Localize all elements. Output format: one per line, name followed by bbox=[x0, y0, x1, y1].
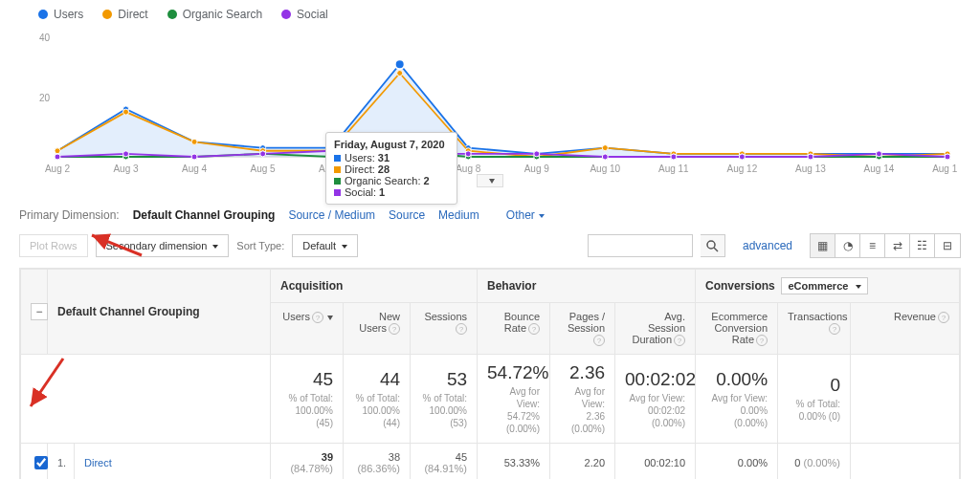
channel-link[interactable]: Direct bbox=[84, 457, 112, 468]
col-revenue[interactable]: Revenue? bbox=[851, 303, 960, 355]
primary-dimension-other[interactable]: Other bbox=[506, 208, 545, 222]
col-trans[interactable]: Transactions? bbox=[778, 303, 851, 355]
svg-point-69 bbox=[739, 154, 745, 160]
svg-text:Aug 4: Aug 4 bbox=[182, 163, 208, 174]
svg-text:Aug 13: Aug 13 bbox=[795, 163, 826, 174]
chart-canvas: 2040Aug 2Aug 3Aug 4Aug 5Aug 6Aug 7Aug 8A… bbox=[19, 33, 961, 176]
channel-header[interactable]: Default Channel Grouping bbox=[48, 270, 271, 355]
view-comparison-icon[interactable]: ⇄ bbox=[885, 234, 910, 257]
svg-text:Aug 8: Aug 8 bbox=[456, 163, 481, 174]
svg-point-71 bbox=[876, 151, 881, 157]
collapse-all-button[interactable]: − bbox=[31, 303, 48, 320]
plot-rows-button: Plot Rows bbox=[19, 234, 88, 257]
svg-point-74 bbox=[707, 241, 715, 249]
svg-line-75 bbox=[714, 248, 718, 251]
view-pivot-icon[interactable]: ⊟ bbox=[935, 234, 960, 257]
svg-text:Aug 9: Aug 9 bbox=[524, 163, 550, 174]
secondary-dimension-dropdown[interactable]: Secondary dimension bbox=[96, 234, 230, 257]
tooltip-row: Direct: 28 bbox=[334, 163, 445, 175]
legend-label: Users bbox=[54, 8, 83, 21]
svg-point-73 bbox=[395, 59, 405, 69]
svg-point-61 bbox=[191, 154, 197, 160]
svg-text:Aug 3: Aug 3 bbox=[113, 163, 139, 174]
svg-point-68 bbox=[671, 154, 677, 160]
svg-text:Aug 12: Aug 12 bbox=[727, 163, 758, 174]
tooltip-row: Organic Search: 2 bbox=[334, 175, 445, 186]
svg-point-33 bbox=[191, 139, 197, 144]
svg-point-59 bbox=[55, 154, 60, 160]
legend-label: Direct bbox=[118, 8, 147, 21]
group-behavior: Behavior bbox=[478, 270, 696, 303]
legend-dot-icon bbox=[102, 10, 112, 19]
tooltip-dot-icon bbox=[334, 189, 341, 196]
row-checkbox[interactable] bbox=[34, 456, 48, 469]
group-conversions: Conversions eCommerce bbox=[696, 270, 960, 303]
svg-text:Aug 11: Aug 11 bbox=[658, 163, 689, 174]
primary-dimension-link[interactable]: Source bbox=[389, 208, 425, 222]
view-mode-bar: ▦ ◔ ≡ ⇄ ☷ ⊟ bbox=[810, 233, 961, 258]
chart-area: UsersDirectOrganic SearchSocial 2040Aug … bbox=[0, 0, 980, 199]
tooltip-row: Users: 31 bbox=[334, 152, 445, 163]
sort-desc-icon bbox=[327, 316, 333, 320]
legend-dot-icon bbox=[281, 10, 291, 19]
chart-tooltip: Friday, August 7, 2020 Users: 31Direct: … bbox=[325, 132, 457, 205]
svg-point-66 bbox=[534, 151, 540, 157]
view-table-icon[interactable]: ▦ bbox=[811, 234, 835, 257]
legend-label: Social bbox=[297, 8, 328, 21]
row-index: 1. bbox=[48, 444, 75, 479]
data-table: − Default Channel Grouping Acquisition B… bbox=[19, 268, 961, 479]
table-toolbar: Plot Rows Secondary dimension Sort Type:… bbox=[0, 229, 980, 268]
tooltip-title: Friday, August 7, 2020 bbox=[334, 139, 445, 150]
sort-type-label: Sort Type: bbox=[236, 240, 284, 251]
col-bounce[interactable]: Bounce Rate? bbox=[478, 303, 550, 355]
legend-item[interactable]: Direct bbox=[102, 8, 147, 21]
primary-dimension-active[interactable]: Default Channel Grouping bbox=[133, 208, 276, 222]
magnify-icon bbox=[706, 240, 719, 252]
svg-text:Aug 10: Aug 10 bbox=[590, 163, 620, 174]
svg-point-39 bbox=[602, 145, 608, 151]
svg-point-72 bbox=[945, 154, 950, 160]
svg-text:40: 40 bbox=[39, 33, 51, 43]
chart-collapse-handle[interactable] bbox=[477, 174, 503, 187]
tooltip-dot-icon bbox=[334, 178, 341, 185]
group-acquisition: Acquisition bbox=[271, 270, 478, 303]
svg-point-65 bbox=[465, 151, 471, 157]
svg-point-32 bbox=[123, 109, 129, 115]
table-row: 1. Direct 39 (84.78%) 38 (86.36%) 45 (84… bbox=[21, 444, 960, 479]
primary-dimension-link[interactable]: Source / Medium bbox=[288, 208, 375, 222]
conversions-select[interactable]: eCommerce bbox=[781, 277, 868, 294]
svg-point-62 bbox=[260, 151, 266, 157]
legend-item[interactable]: Users bbox=[38, 8, 83, 21]
view-term-icon[interactable]: ☷ bbox=[910, 234, 935, 257]
advanced-link[interactable]: advanced bbox=[743, 239, 792, 252]
primary-dimension-row: Primary Dimension: Default Channel Group… bbox=[0, 199, 980, 229]
col-new-users[interactable]: New Users? bbox=[344, 303, 411, 355]
legend-item[interactable]: Organic Search bbox=[167, 8, 262, 21]
search-input[interactable] bbox=[588, 234, 693, 257]
view-pie-icon[interactable]: ◔ bbox=[835, 234, 860, 257]
svg-text:Aug 14: Aug 14 bbox=[864, 163, 895, 174]
search-button[interactable] bbox=[701, 234, 725, 257]
legend-dot-icon bbox=[167, 10, 177, 19]
line-chart-svg: 2040Aug 2Aug 3Aug 4Aug 5Aug 6Aug 7Aug 8A… bbox=[19, 33, 957, 176]
col-ecr[interactable]: Ecommerce Conversion Rate? bbox=[696, 303, 778, 355]
svg-point-70 bbox=[808, 154, 813, 160]
col-users[interactable]: Users? bbox=[271, 303, 344, 355]
primary-dimension-label: Primary Dimension: bbox=[19, 208, 120, 222]
help-icon[interactable]: ? bbox=[312, 312, 323, 323]
legend-item[interactable]: Social bbox=[281, 8, 328, 21]
chart-legend: UsersDirectOrganic SearchSocial bbox=[19, 8, 961, 21]
svg-text:Aug 2: Aug 2 bbox=[45, 163, 71, 174]
svg-text:Aug 5: Aug 5 bbox=[251, 163, 277, 174]
col-sessions[interactable]: Sessions? bbox=[411, 303, 478, 355]
analytics-report: UsersDirectOrganic SearchSocial 2040Aug … bbox=[0, 0, 980, 479]
col-duration[interactable]: Avg. Session Duration? bbox=[615, 303, 696, 355]
sort-type-dropdown[interactable]: Default bbox=[292, 234, 358, 257]
svg-text:20: 20 bbox=[39, 93, 51, 103]
view-performance-icon[interactable]: ≡ bbox=[860, 234, 885, 257]
col-pages[interactable]: Pages / Session? bbox=[550, 303, 615, 355]
svg-text:Aug 15: Aug 15 bbox=[932, 163, 957, 174]
primary-dimension-link[interactable]: Medium bbox=[438, 208, 479, 222]
totals-row: 45% of Total:100.00% (45) 44% of Total:1… bbox=[21, 355, 960, 444]
svg-point-60 bbox=[123, 151, 129, 157]
